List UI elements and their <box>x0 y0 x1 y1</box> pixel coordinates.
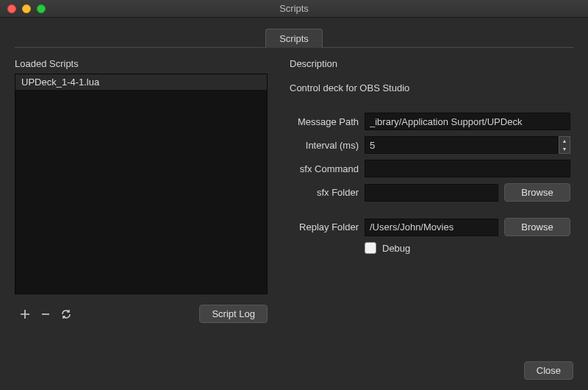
sfx-command-input[interactable] <box>365 160 570 177</box>
chevron-up-icon[interactable]: ▲ <box>559 137 570 145</box>
refresh-icon <box>60 308 72 320</box>
debug-checkbox[interactable] <box>365 242 376 254</box>
chevron-down-icon[interactable]: ▼ <box>559 145 570 153</box>
remove-script-button[interactable] <box>35 305 56 323</box>
add-script-button[interactable] <box>15 305 35 323</box>
interval-input[interactable] <box>365 136 559 154</box>
replay-folder-label: Replay Folder <box>290 221 359 233</box>
description-text: Control deck for OBS Studio <box>290 82 570 93</box>
window-zoom-icon[interactable] <box>37 4 46 13</box>
sfx-command-label: sfx Command <box>290 163 359 174</box>
reload-scripts-button[interactable] <box>56 305 76 323</box>
message-path-input[interactable] <box>365 113 570 130</box>
debug-label: Debug <box>382 243 410 254</box>
list-item[interactable]: UPDeck_1-4-1.lua <box>15 74 267 90</box>
plus-icon <box>19 308 31 320</box>
interval-stepper[interactable]: ▲ ▼ <box>559 136 570 154</box>
window-close-icon[interactable] <box>7 4 16 13</box>
titlebar: Scripts <box>0 0 588 18</box>
window-minimize-icon[interactable] <box>22 4 31 13</box>
close-button[interactable]: Close <box>524 361 573 380</box>
replay-folder-input[interactable] <box>365 219 498 236</box>
sfx-folder-browse-button[interactable]: Browse <box>504 183 570 202</box>
tab-bar: Scripts <box>15 28 573 48</box>
sfx-folder-label: sfx Folder <box>290 187 359 198</box>
replay-folder-browse-button[interactable]: Browse <box>504 218 570 236</box>
description-heading: Description <box>290 58 570 69</box>
message-path-label: Message Path <box>290 116 359 127</box>
script-log-button[interactable]: Script Log <box>199 305 268 323</box>
minus-icon <box>40 308 51 320</box>
interval-label: Interval (ms) <box>290 140 359 151</box>
scripts-list[interactable]: UPDeck_1-4-1.lua <box>15 74 268 294</box>
sfx-folder-input[interactable] <box>365 184 498 202</box>
tab-scripts[interactable]: Scripts <box>265 29 323 48</box>
window-title: Scripts <box>279 3 309 14</box>
loaded-scripts-heading: Loaded Scripts <box>15 58 268 69</box>
traffic-lights <box>0 4 46 13</box>
